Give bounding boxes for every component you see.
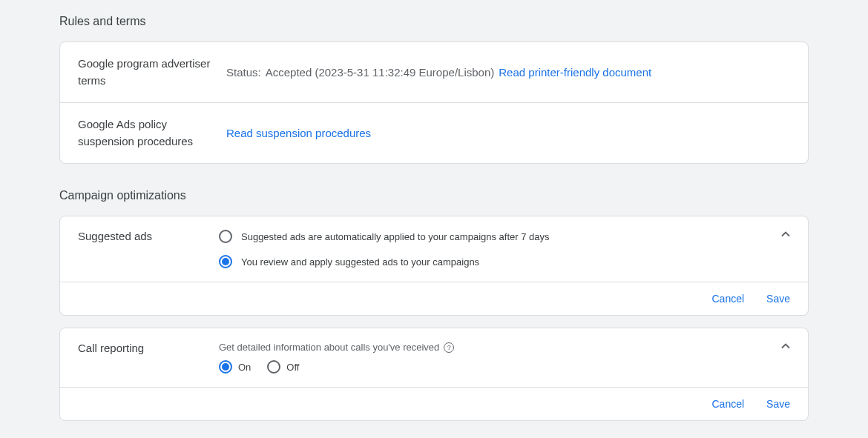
rules-card: Google program advertiser terms Status: … <box>59 42 809 164</box>
advertiser-terms-label: Google program advertiser terms <box>78 56 226 89</box>
printer-friendly-link[interactable]: Read printer-friendly document <box>499 66 651 79</box>
campaign-section-title: Campaign optimizations <box>59 189 809 202</box>
cancel-button[interactable]: Cancel <box>711 398 744 410</box>
suspension-procedures-link[interactable]: Read suspension procedures <box>226 127 371 139</box>
suggested-ads-manual-option[interactable]: You review and apply suggested ads to yo… <box>219 255 790 268</box>
save-button[interactable]: Save <box>766 293 790 305</box>
advertiser-terms-row: Google program advertiser terms Status: … <box>60 42 808 103</box>
call-reporting-footer: Cancel Save <box>60 388 808 420</box>
chevron-up-icon[interactable] <box>778 339 793 356</box>
radio-icon[interactable] <box>219 230 232 243</box>
rules-section-title: Rules and terms <box>59 15 809 28</box>
call-reporting-desc-text: Get detailed information about calls you… <box>219 342 439 353</box>
call-reporting-desc: Get detailed information about calls you… <box>219 342 790 353</box>
call-reporting-on-option[interactable]: On <box>219 360 251 374</box>
option-label: On <box>238 362 251 373</box>
suggested-ads-footer: Cancel Save <box>60 282 808 315</box>
suggested-ads-panel: Suggested ads Suggested ads are automati… <box>59 216 809 316</box>
help-icon[interactable]: ? <box>444 342 454 353</box>
chevron-up-icon[interactable] <box>778 227 793 244</box>
option-label: You review and apply suggested ads to yo… <box>241 256 479 268</box>
radio-icon[interactable] <box>219 255 232 268</box>
option-label: Suggested ads are automatically applied … <box>241 231 550 242</box>
suggested-ads-auto-option[interactable]: Suggested ads are automatically applied … <box>219 230 790 243</box>
status-prefix: Status: <box>226 66 261 79</box>
call-reporting-off-option[interactable]: Off <box>267 360 299 374</box>
call-reporting-panel: Call reporting Get detailed information … <box>59 328 809 421</box>
suggested-ads-label: Suggested ads <box>78 230 219 268</box>
cancel-button[interactable]: Cancel <box>711 293 744 305</box>
call-reporting-label: Call reporting <box>78 342 219 374</box>
suspension-procedures-label: Google Ads policy suspension procedures <box>78 116 226 150</box>
radio-icon[interactable] <box>219 360 232 374</box>
save-button[interactable]: Save <box>766 398 790 410</box>
advertiser-terms-content: Status: Accepted (2023-5-31 11:32:49 Eur… <box>226 56 790 89</box>
option-label: Off <box>286 362 299 373</box>
radio-icon[interactable] <box>267 360 280 374</box>
suspension-procedures-row: Google Ads policy suspension procedures … <box>60 103 808 163</box>
status-value: Accepted (2023-5-31 11:32:49 Europe/Lisb… <box>266 66 495 79</box>
